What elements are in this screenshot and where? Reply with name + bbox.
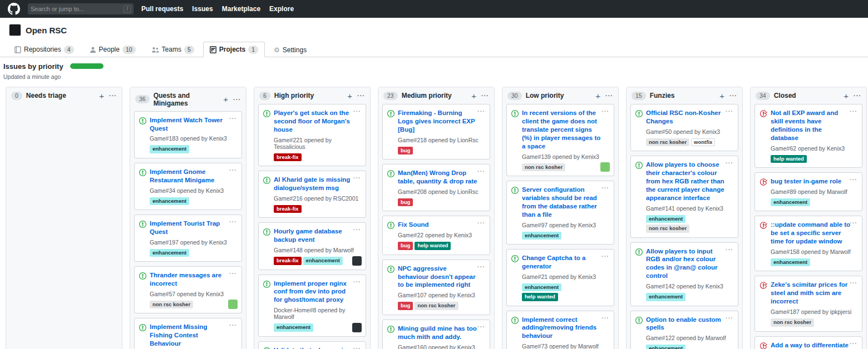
tab-people[interactable]: People 10 xyxy=(83,42,142,57)
github-logo-icon[interactable] xyxy=(8,3,20,15)
card-menu-button[interactable]: ··· xyxy=(353,226,361,233)
issue-card[interactable]: Mining guild mine has too much mith and … xyxy=(382,320,490,349)
issue-card[interactable]: Official RSC non-Kosher ChangesGame#50 o… xyxy=(630,104,738,151)
card-menu-button[interactable]: ··· xyxy=(726,246,733,253)
card-menu-button[interactable]: ··· xyxy=(353,345,361,349)
card-menu-button[interactable]: ··· xyxy=(477,323,485,330)
issue-card[interactable]: Hourly game database backup eventGame#14… xyxy=(258,222,366,270)
issue-card[interactable]: Server configuration variables should be… xyxy=(506,181,614,245)
issue-card[interactable]: ::update command able to be set a specif… xyxy=(754,216,862,271)
card-menu-button[interactable]: ··· xyxy=(353,278,361,285)
column-menu-button[interactable]: ··· xyxy=(233,96,241,103)
add-card-button[interactable]: + xyxy=(222,95,229,103)
card-menu-button[interactable]: ··· xyxy=(229,270,237,277)
issue-card[interactable]: NPC aggressive behaviour doesn't appear … xyxy=(382,260,490,315)
issue-card[interactable]: Implement Tourist Trap QuestGame#197 ope… xyxy=(134,215,242,262)
nav-issues[interactable]: Issues xyxy=(192,5,213,13)
nav-explore[interactable]: Explore xyxy=(269,5,294,13)
card-menu-button[interactable]: ··· xyxy=(229,218,237,225)
assignee-avatar[interactable] xyxy=(352,323,362,332)
tab-repositories[interactable]: Repositories 4 xyxy=(8,42,81,57)
issue-title[interactable]: Not all EXP award and skill events have … xyxy=(771,109,857,142)
issue-card[interactable]: Player's get stuck on the second floor o… xyxy=(258,104,366,166)
issue-card[interactable]: Allow players to choose their character'… xyxy=(630,156,738,237)
card-menu-button[interactable]: ··· xyxy=(601,315,609,321)
org-avatar[interactable] xyxy=(9,24,21,36)
tab-projects[interactable]: Projects 1 xyxy=(203,42,265,57)
issue-title[interactable]: Al Kharid gate is missing dialogue/syste… xyxy=(274,176,361,192)
column-menu-button[interactable]: ··· xyxy=(729,92,737,99)
issue-card[interactable]: Implement Missing Fishing Contest Behavi… xyxy=(134,318,242,349)
tab-settings[interactable]: ⚙ Settings xyxy=(267,42,313,57)
add-card-button[interactable]: + xyxy=(594,92,601,100)
issue-title[interactable]: Validate that a human is creating charac… xyxy=(274,346,361,349)
issue-title[interactable]: bug tester in-game role xyxy=(771,177,857,186)
card-menu-button[interactable]: ··· xyxy=(229,322,237,328)
issue-title[interactable]: Official RSC non-Kosher Changes xyxy=(646,109,733,126)
column-menu-button[interactable]: ··· xyxy=(481,92,489,99)
issue-title[interactable]: In recent versions of the client the gam… xyxy=(522,109,609,151)
add-card-button[interactable]: + xyxy=(98,92,105,100)
issue-title[interactable]: Thrander messages are incorrect xyxy=(150,271,237,288)
search-box[interactable]: / xyxy=(28,3,134,14)
issue-card[interactable]: Add a way to differentiate between dev a… xyxy=(754,336,862,349)
column-menu-button[interactable]: ··· xyxy=(357,92,365,99)
card-menu-button[interactable]: ··· xyxy=(477,263,485,270)
issue-card[interactable]: In recent versions of the client the gam… xyxy=(506,104,614,176)
issue-card[interactable]: Man(Men) Wrong Drop table, quantity & dr… xyxy=(382,164,490,211)
issue-card[interactable]: Firemaking - Burning Logs gives incorrec… xyxy=(382,104,490,159)
card-menu-button[interactable]: ··· xyxy=(726,315,733,321)
card-menu-button[interactable]: ··· xyxy=(850,340,857,347)
issue-title[interactable]: Allow players to input RGB and/or hex co… xyxy=(646,247,733,281)
issue-card[interactable]: Implement proper nginx conf from dev int… xyxy=(258,275,366,337)
card-menu-button[interactable]: ··· xyxy=(601,108,609,114)
issue-title[interactable]: Fix Sound xyxy=(398,221,485,229)
issue-title[interactable]: Implement Missing Fishing Contest Behavi… xyxy=(150,323,237,348)
card-menu-button[interactable]: ··· xyxy=(477,220,485,226)
issue-title[interactable]: Implement proper nginx conf from dev int… xyxy=(274,280,361,305)
card-menu-button[interactable]: ··· xyxy=(850,108,857,114)
issue-title[interactable]: Zeke's scimitar prices for steel and mit… xyxy=(771,281,857,306)
issue-card[interactable]: Fix SoundGame#22 opened by Kenix3bughelp… xyxy=(382,216,490,255)
issue-card[interactable]: Allow players to input RGB and/or hex co… xyxy=(630,242,738,306)
project-title[interactable]: Issues by priority xyxy=(3,62,63,71)
issue-card[interactable]: Zeke's scimitar prices for steel and mit… xyxy=(754,276,862,331)
issue-title[interactable]: Implement Gnome Restaurant Minigame xyxy=(150,168,237,185)
card-menu-button[interactable]: ··· xyxy=(477,108,485,114)
issue-card[interactable]: Validate that a human is creating charac… xyxy=(258,341,366,349)
issue-title[interactable]: Implement Watch Tower Quest xyxy=(150,116,237,133)
assignee-avatar[interactable] xyxy=(352,256,362,266)
issue-card[interactable]: bug tester in-game roleGame#89 opened by… xyxy=(754,172,862,211)
column-menu-button[interactable]: ··· xyxy=(854,92,861,99)
card-menu-button[interactable]: ··· xyxy=(353,108,361,114)
issue-card[interactable]: Implement correct adding/removing friend… xyxy=(506,311,614,349)
add-card-button[interactable]: + xyxy=(470,92,477,100)
issue-title[interactable]: Player's get stuck on the second floor o… xyxy=(274,109,361,134)
issue-card[interactable]: Option to enable custom spellsGame#122 o… xyxy=(630,311,738,349)
card-menu-button[interactable]: ··· xyxy=(229,167,237,173)
org-name[interactable]: Open RSC xyxy=(26,26,67,35)
add-card-button[interactable]: + xyxy=(346,92,353,100)
search-input[interactable] xyxy=(31,6,121,12)
card-menu-button[interactable]: ··· xyxy=(850,220,857,226)
issue-card[interactable]: Implement Gnome Restaurant MinigameGame#… xyxy=(134,163,242,210)
assignee-avatar[interactable] xyxy=(600,162,610,172)
issue-title[interactable]: Add a way to differentiate between dev a… xyxy=(771,341,857,349)
issue-title[interactable]: Server configuration variables should be… xyxy=(522,186,609,219)
issue-card[interactable]: Thrander messages are incorrectGame#57 o… xyxy=(134,266,242,313)
issue-title[interactable]: Option to enable custom spells xyxy=(646,316,733,332)
tab-teams[interactable]: Teams 5 xyxy=(145,42,201,57)
card-menu-button[interactable]: ··· xyxy=(601,185,609,191)
card-menu-button[interactable]: ··· xyxy=(601,253,609,260)
add-card-button[interactable]: + xyxy=(842,92,850,100)
issue-title[interactable]: Mining guild mine has too much mith and … xyxy=(398,325,485,341)
issue-card[interactable]: Implement Watch Tower QuestGame#183 open… xyxy=(134,111,242,158)
assignee-avatar[interactable] xyxy=(228,300,238,309)
card-menu-button[interactable]: ··· xyxy=(850,176,857,183)
issue-title[interactable]: Man(Men) Wrong Drop table, quantity & dr… xyxy=(398,169,485,186)
add-card-button[interactable]: + xyxy=(718,92,726,100)
card-menu-button[interactable]: ··· xyxy=(726,108,733,114)
issue-title[interactable]: Implement Tourist Trap Quest xyxy=(150,220,237,236)
issue-title[interactable]: Firemaking - Burning Logs gives incorrec… xyxy=(398,109,485,134)
card-menu-button[interactable]: ··· xyxy=(726,159,733,166)
